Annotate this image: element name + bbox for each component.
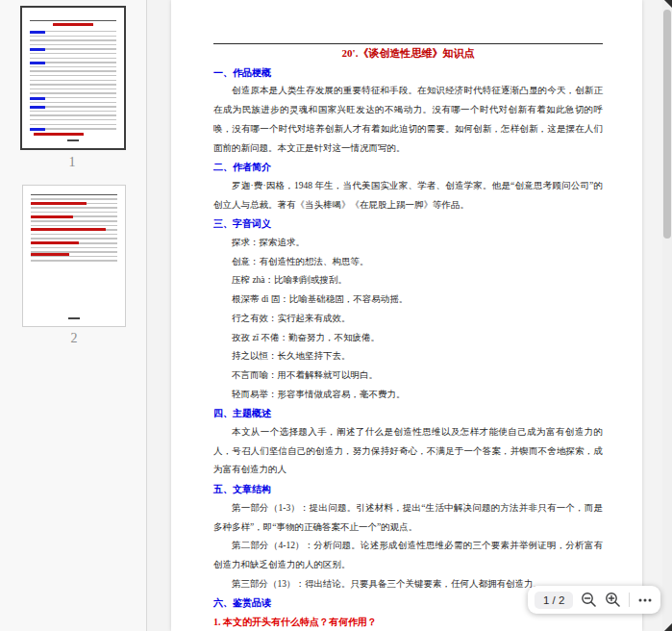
- vocab-item: 创意：有创造性的想法、构思等。: [213, 253, 603, 272]
- thumbnail-page-number-2: 2: [21, 331, 127, 346]
- thumb-text-lines: [30, 31, 116, 133]
- thumb-heading-mark: [30, 62, 45, 64]
- thumb-header-rule: [31, 194, 117, 195]
- thumb-heading-mark: [30, 128, 45, 131]
- magnifier-minus-icon: [581, 592, 597, 608]
- vertical-scrollbar-track[interactable]: [662, 0, 672, 631]
- zoom-in-button[interactable]: [605, 590, 622, 611]
- thumbnail-sidebar: 1 2: [0, 0, 147, 631]
- thumb-page-footer: [67, 139, 79, 142]
- thumb-page-footer: [68, 317, 80, 320]
- thumb-question-mark: [31, 215, 73, 218]
- vocab-item: 探求：探索追求。: [213, 234, 603, 253]
- pdf-page-1: 20'.《谈创造性思维》知识点 一、作品梗概 创造原本是人类生存发展的重要特征和…: [171, 0, 642, 631]
- paragraph: 本文从一个选择题入手，阐述了什么是创造性思维以及怎样才能使自己成为富有创造力的人…: [213, 423, 603, 480]
- thumb-question-mark: [31, 202, 87, 205]
- vocab-item: 压榨 zhà：比喻剥削或搜刮。: [213, 271, 603, 290]
- page-thumbnail-2[interactable]: [22, 185, 126, 327]
- vocab-item: 轻而易举：形容事情做成容易，毫不费力。: [213, 386, 603, 405]
- question-subheading: 1. 本文的开头有什么特点？有何作用？: [213, 613, 603, 631]
- thumb-header-rule: [30, 20, 116, 21]
- section-heading-5: 五、文章结构: [213, 480, 603, 499]
- pdf-floating-toolbar: 1 / 2: [528, 586, 660, 614]
- vocab-item: 持之以恒：长久地坚持下去。: [213, 347, 603, 366]
- scrollbar-bottom-arrow: [664, 623, 672, 631]
- section-heading-4: 四、主题概述: [213, 404, 603, 423]
- thumbnail-page-number-1: 1: [19, 155, 125, 170]
- vocab-item: 孜孜 zī 不倦：勤奋努力，不知疲倦。: [213, 329, 603, 348]
- thumb-heading-mark: [30, 97, 45, 100]
- paragraph: 创造原本是人类生存发展的重要特征和手段。在知识经济时代特征逐渐凸显的今天，创新正…: [213, 82, 603, 158]
- ellipsis-icon: [637, 593, 653, 608]
- vocab-item: 行之有效：实行起来有成效。: [213, 310, 603, 329]
- document-title: 20'.《谈创造性思维》知识点: [213, 44, 603, 63]
- paragraph: 罗迦·费·因格，1948 年生，当代美国实业家、学者、创造学家。他是“创意思考顾…: [213, 177, 603, 215]
- vertical-scrollbar-thumb[interactable]: [663, 10, 671, 239]
- thumb-question-mark: [31, 241, 79, 244]
- thumb-question-mark: [31, 228, 106, 231]
- document-viewport: 20'.《谈创造性思维》知识点 一、作品梗概 创造原本是人类生存发展的重要特征和…: [147, 0, 672, 631]
- vocab-item: 根深蒂 dì 固：比喻基础稳固，不容易动摇。: [213, 290, 603, 310]
- scrollbar-top-arrow: [664, 0, 672, 8]
- paragraph: 第二部分（4-12）：分析问题。论述形成创造性思维必需的三个要素并举例证明，分析…: [213, 537, 603, 574]
- thumb-heading-mark: [30, 106, 45, 109]
- section-heading-1: 一、作品梗概: [213, 63, 603, 83]
- page-indicator[interactable]: 1 / 2: [535, 592, 573, 609]
- vocab-item: 不言而喻：用不着解释就可以明白。: [213, 366, 603, 386]
- zoom-out-button[interactable]: [580, 590, 597, 611]
- thumb-question-mark: [34, 133, 84, 136]
- toolbar-divider: [629, 593, 630, 607]
- magnifier-plus-icon: [605, 592, 621, 608]
- thumb-question-mark: [31, 253, 69, 256]
- document-body: 20'.《谈创造性思维》知识点 一、作品梗概 创造原本是人类生存发展的重要特征和…: [213, 0, 603, 631]
- page-thumbnail-1[interactable]: [20, 6, 126, 150]
- thumb-title-mark: [53, 23, 93, 26]
- paragraph: 第一部分（1-3）：提出问题。引述材料，提出“生活中解决问题的方法并非只有一个，…: [213, 499, 603, 537]
- more-options-button[interactable]: [636, 590, 654, 611]
- section-heading-3: 三、字音词义: [213, 215, 603, 234]
- thumb-heading-mark: [30, 48, 45, 51]
- section-heading-2: 二、作者简介: [213, 158, 603, 177]
- thumb-heading-mark: [30, 31, 45, 34]
